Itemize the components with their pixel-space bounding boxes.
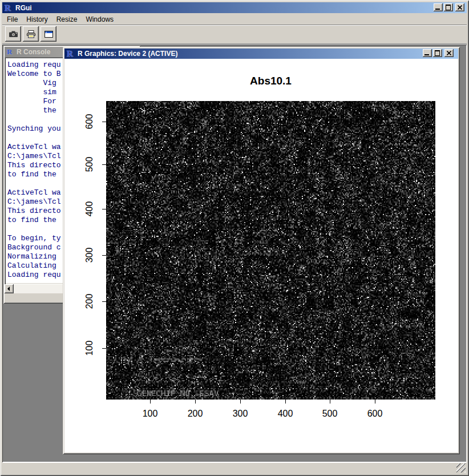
menubar: File History Resize Windows <box>3 14 119 25</box>
y-tick <box>102 255 106 256</box>
x-tick <box>375 400 375 404</box>
graphics-window[interactable]: R R Graphics: Device 2 (ACTIVE) Abs10.1 <box>63 47 460 454</box>
y-tick <box>102 164 106 165</box>
window-icon <box>44 30 54 39</box>
y-tick <box>102 301 106 302</box>
window-bottom-strip <box>2 462 467 474</box>
x-axis-label: 500 <box>313 409 347 419</box>
printer-icon <box>26 30 36 39</box>
x-axis-label: 100 <box>133 409 167 419</box>
microarray-image <box>106 101 435 400</box>
y-axis-label: 100 <box>84 336 95 361</box>
menu-windows[interactable]: Windows <box>82 14 117 25</box>
close-button[interactable] <box>455 3 464 11</box>
x-axis-label: 200 <box>178 409 212 419</box>
maximize-icon <box>435 50 440 56</box>
camera-icon <box>9 30 18 39</box>
graphics-client: Abs10.1 100 200 300 400 500 600 <box>64 59 458 453</box>
main-window-title: RGui <box>15 4 32 12</box>
resize-grip[interactable] <box>456 463 466 473</box>
plot-title: Abs10.1 <box>106 75 435 87</box>
minimize-button[interactable] <box>434 3 443 11</box>
x-axis-label: 400 <box>268 409 302 419</box>
maximize-button[interactable] <box>444 3 453 11</box>
x-axis-label: 600 <box>358 409 392 419</box>
print-button[interactable] <box>23 26 39 42</box>
menu-resize[interactable]: Resize <box>53 14 81 25</box>
console-title: R Console <box>17 48 50 56</box>
graphics-title: R Graphics: Device 2 (ACTIVE) <box>78 50 177 58</box>
x-tick <box>285 400 286 404</box>
toolbar-top-separator <box>2 25 467 26</box>
r-logo-icon: R <box>66 49 75 58</box>
y-axis-label: 200 <box>84 289 95 314</box>
x-tick <box>240 400 241 404</box>
arrow-left-icon <box>7 287 10 291</box>
r-logo-icon: R <box>6 48 14 56</box>
y-axis-label: 400 <box>84 196 95 221</box>
y-tick <box>102 209 106 209</box>
maximize-icon <box>446 5 451 10</box>
toolbar <box>5 26 58 42</box>
svg-text:R: R <box>5 3 11 13</box>
close-icon <box>447 51 451 55</box>
menu-file[interactable]: File <box>3 14 21 25</box>
x-tick <box>150 400 151 404</box>
y-tick <box>102 122 106 122</box>
graphics-titlebar[interactable]: R R Graphics: Device 2 (ACTIVE) <box>64 49 458 59</box>
y-tick <box>102 348 106 349</box>
scroll-left-button[interactable] <box>5 284 14 293</box>
close-icon <box>458 5 462 10</box>
console-window-button[interactable] <box>41 26 56 42</box>
y-axis-label: 500 <box>84 152 95 177</box>
minimize-icon <box>435 9 440 10</box>
x-tick <box>330 400 330 404</box>
main-titlebar[interactable]: R RGui <box>2 2 467 13</box>
gfx-minimize-button[interactable] <box>423 49 432 57</box>
gfx-maximize-button[interactable] <box>433 49 442 57</box>
snapshot-button[interactable] <box>5 26 21 42</box>
r-logo-icon: R <box>4 3 13 13</box>
y-axis-label: 300 <box>84 243 95 268</box>
svg-text:R: R <box>7 48 13 56</box>
rgui-main-window: R RGui File History Resize Windows <box>0 0 469 476</box>
gfx-close-button[interactable] <box>444 49 454 57</box>
menu-history[interactable]: History <box>23 14 51 25</box>
svg-text:R: R <box>67 49 73 58</box>
minimize-icon <box>424 54 429 55</box>
y-axis-label: 600 <box>84 109 95 134</box>
mdi-area: R R Console Loading requWelcome to B Vig… <box>2 45 467 462</box>
x-tick <box>195 400 196 404</box>
x-axis-label: 300 <box>223 409 257 419</box>
